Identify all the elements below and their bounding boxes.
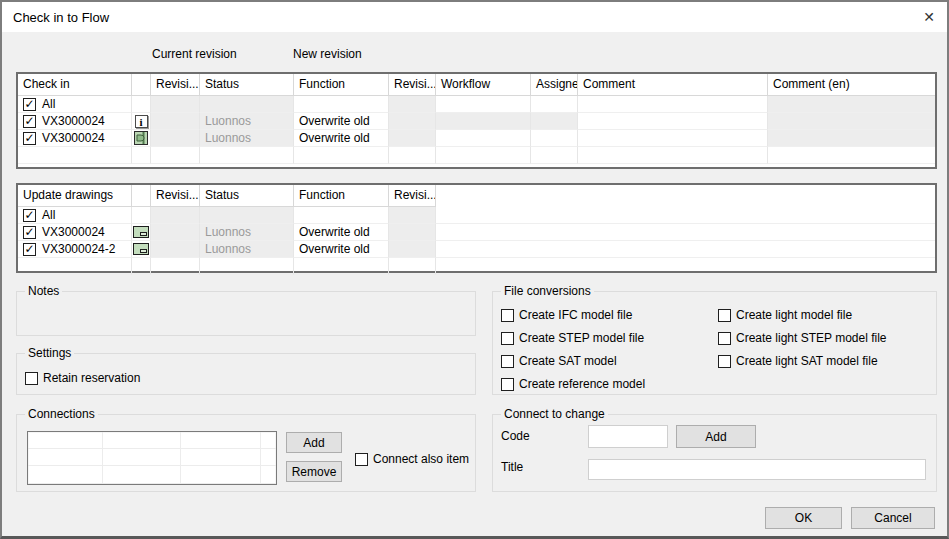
function-cell[interactable]: Overwrite old — [294, 113, 389, 130]
col-header-icon[interactable] — [132, 74, 151, 96]
assignee-cell[interactable] — [531, 130, 578, 147]
col-header-check-in[interactable]: Check in — [18, 74, 132, 96]
row-label: All — [42, 208, 55, 222]
workflow-cell — [436, 113, 531, 130]
revision-new-cell — [389, 207, 436, 224]
comment-cell[interactable] — [578, 113, 768, 130]
col-header-status[interactable]: Status — [200, 185, 294, 207]
col-header-revision-old[interactable]: Revisi... — [151, 74, 200, 96]
create-sat-label: Create SAT model — [519, 354, 617, 368]
col-header-function[interactable]: Function — [294, 185, 389, 207]
workflow-cell[interactable] — [436, 96, 531, 113]
create-light-sat-checkbox[interactable] — [718, 355, 731, 368]
list-cell — [103, 449, 181, 466]
checkin-row-1-name: ✓ VX3000024 — [18, 113, 132, 130]
table-filler — [18, 164, 935, 167]
close-icon[interactable]: ✕ — [913, 2, 945, 32]
empty-cell — [436, 241, 935, 258]
function-cell[interactable]: Overwrite old — [294, 224, 389, 241]
col-header-comment[interactable]: Comment — [578, 74, 768, 96]
empty-cell — [200, 258, 294, 275]
col-header-update-drawings[interactable]: Update drawings — [18, 185, 132, 207]
create-ifc-option: Create IFC model file — [501, 308, 632, 322]
create-reference-checkbox[interactable] — [501, 378, 514, 391]
comment-en-cell — [768, 113, 935, 130]
empty-cell — [294, 147, 389, 164]
status-cell — [200, 96, 294, 113]
function-cell[interactable]: Overwrite old — [294, 241, 389, 258]
create-light-step-checkbox[interactable] — [718, 332, 731, 345]
revision-old-cell — [151, 241, 200, 258]
empty-cell — [389, 147, 436, 164]
connect-to-change-group: Connect to change Code Add Title — [492, 414, 937, 492]
col-header-revision-new[interactable]: Revisi... — [389, 185, 436, 207]
revision-old-cell — [151, 130, 200, 147]
function-cell[interactable]: Overwrite old — [294, 130, 389, 147]
retain-reservation-checkbox[interactable] — [25, 372, 38, 385]
empty-cell — [132, 258, 151, 275]
assignee-cell[interactable] — [531, 96, 578, 113]
col-header-assignee[interactable]: Assignee — [531, 74, 578, 96]
connections-remove-button[interactable]: Remove — [286, 461, 342, 482]
connect-also-item-checkbox[interactable] — [355, 453, 368, 466]
col-header-comment-en[interactable]: Comment (en) — [768, 74, 935, 96]
status-cell: Luonnos — [200, 241, 294, 258]
drawings-row-1-checkbox[interactable]: ✓ — [23, 226, 36, 239]
connections-group: Connections Add Remove Connect also item — [16, 414, 476, 492]
revision-new-cell — [389, 130, 436, 147]
list-cell — [28, 432, 103, 449]
create-sat-checkbox[interactable] — [501, 355, 514, 368]
window-title: Check in to Flow — [2, 10, 109, 25]
connections-add-button[interactable]: Add — [286, 432, 342, 453]
check-in-table: Check in Revisi... Status Function Revis… — [16, 72, 937, 169]
revision-new-cell — [389, 241, 436, 258]
cancel-button[interactable]: Cancel — [851, 507, 935, 529]
check-icon: ✓ — [24, 115, 34, 127]
list-cell — [261, 449, 276, 466]
revision-new-cell — [389, 113, 436, 130]
icon-cell — [132, 130, 151, 147]
checkin-all-checkbox[interactable]: ✓ — [23, 98, 36, 111]
create-step-checkbox[interactable] — [501, 332, 514, 345]
workflow-cell[interactable] — [436, 130, 531, 147]
comment-cell[interactable] — [578, 96, 768, 113]
create-reference-label: Create reference model — [519, 377, 645, 391]
new-revision-label: New revision — [293, 47, 362, 61]
revision-new-cell — [389, 96, 436, 113]
comment-cell[interactable] — [578, 130, 768, 147]
col-header-revision-old[interactable]: Revisi... — [151, 185, 200, 207]
col-header-revision-new[interactable]: Revisi... — [389, 74, 436, 96]
check-icon: ✓ — [24, 226, 34, 238]
drawings-row-2-checkbox[interactable]: ✓ — [23, 243, 36, 256]
create-light-model-checkbox[interactable] — [718, 309, 731, 322]
code-input[interactable] — [588, 425, 668, 448]
info-icon: i — [135, 115, 148, 128]
col-header-function[interactable]: Function — [294, 74, 389, 96]
checkin-row-2-checkbox[interactable]: ✓ — [23, 132, 36, 145]
empty-cell — [436, 258, 935, 275]
notes-label: Notes — [25, 284, 62, 299]
retain-reservation-label: Retain reservation — [43, 371, 140, 385]
title-input[interactable] — [588, 459, 926, 480]
list-cell — [181, 449, 261, 466]
empty-cell — [578, 147, 768, 164]
create-light-step-option: Create light STEP model file — [718, 331, 887, 345]
blank-header — [436, 185, 935, 207]
ok-button[interactable]: OK — [765, 507, 842, 529]
function-cell[interactable] — [294, 207, 389, 224]
connections-list[interactable] — [27, 431, 277, 485]
create-light-sat-option: Create light SAT model file — [718, 354, 878, 368]
create-ifc-checkbox[interactable] — [501, 309, 514, 322]
empty-cell — [294, 258, 389, 275]
col-header-workflow[interactable]: Workflow — [436, 74, 531, 96]
empty-cell — [768, 147, 935, 164]
comment-en-cell — [768, 130, 935, 147]
check-icon: ✓ — [24, 132, 34, 144]
change-add-button[interactable]: Add — [676, 425, 756, 448]
revision-old-cell — [151, 96, 200, 113]
drawings-all-checkbox[interactable]: ✓ — [23, 209, 36, 222]
checkin-row-1-checkbox[interactable]: ✓ — [23, 115, 36, 128]
col-header-status[interactable]: Status — [200, 74, 294, 96]
col-header-icon[interactable] — [132, 185, 151, 207]
function-cell[interactable] — [294, 96, 389, 113]
